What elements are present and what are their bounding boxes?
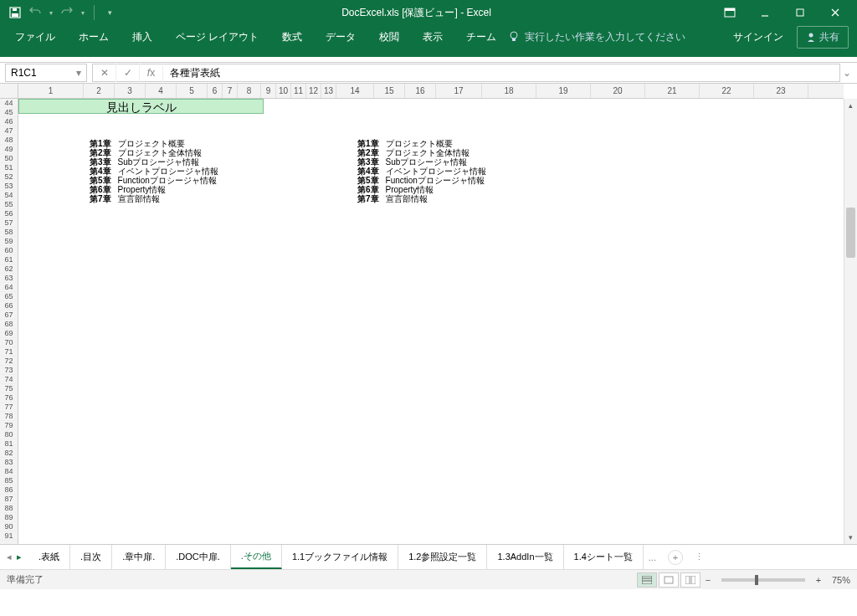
row-header[interactable]: 79 bbox=[0, 421, 18, 430]
zoom-level[interactable]: 75% bbox=[832, 575, 850, 585]
sheet-tab[interactable]: .その他 bbox=[231, 545, 282, 569]
name-box[interactable]: R1C1 ▾ bbox=[5, 64, 87, 82]
share-button[interactable]: 共有 bbox=[797, 26, 849, 49]
row-header[interactable]: 82 bbox=[0, 449, 18, 458]
zoom-slider[interactable] bbox=[721, 578, 805, 582]
col-header[interactable]: 23 bbox=[754, 84, 808, 98]
save-icon[interactable] bbox=[7, 4, 23, 21]
row-header[interactable]: 80 bbox=[0, 430, 18, 439]
tell-me[interactable]: 実行したい作業を入力してください bbox=[508, 30, 685, 44]
tab-team[interactable]: チーム bbox=[454, 25, 508, 49]
view-pagelayout-icon[interactable] bbox=[659, 572, 679, 588]
row-header[interactable]: 44 bbox=[0, 99, 18, 108]
row-header[interactable]: 68 bbox=[0, 320, 18, 329]
row-header[interactable]: 70 bbox=[0, 338, 18, 347]
qat-customize-icon[interactable]: ▾ bbox=[101, 4, 118, 21]
row-header[interactable]: 71 bbox=[0, 347, 18, 357]
sheet-tab[interactable]: 1.3AddIn一覧 bbox=[487, 545, 563, 569]
cancel-formula-icon[interactable]: ✕ bbox=[93, 64, 116, 82]
scroll-up-icon[interactable]: ▴ bbox=[844, 99, 857, 112]
col-header[interactable]: 17 bbox=[436, 84, 482, 98]
sheet-tab[interactable]: 1.1ブックファイル情報 bbox=[282, 545, 398, 569]
row-header[interactable]: 66 bbox=[0, 301, 18, 311]
col-header[interactable]: 8 bbox=[238, 84, 261, 98]
row-header[interactable]: 56 bbox=[0, 209, 18, 218]
col-header[interactable]: 3 bbox=[115, 84, 146, 98]
row-header[interactable]: 57 bbox=[0, 218, 18, 228]
dropdown-icon[interactable]: ▾ bbox=[47, 4, 55, 21]
row-header[interactable]: 46 bbox=[0, 117, 18, 126]
view-pagebreak-icon[interactable] bbox=[680, 572, 700, 588]
signin-link[interactable]: サインイン bbox=[725, 30, 792, 44]
row-header[interactable]: 83 bbox=[0, 458, 18, 467]
col-header[interactable]: 15 bbox=[374, 84, 405, 98]
row-header[interactable]: 61 bbox=[0, 255, 18, 264]
row-header[interactable]: 55 bbox=[0, 200, 18, 209]
row-header[interactable]: 77 bbox=[0, 403, 18, 412]
row-header[interactable]: 53 bbox=[0, 182, 18, 191]
row-header[interactable]: 52 bbox=[0, 172, 18, 182]
row-header[interactable]: 62 bbox=[0, 264, 18, 274]
row-header[interactable]: 72 bbox=[0, 357, 18, 366]
sheet-tab[interactable]: .章中扉. bbox=[112, 545, 166, 569]
enter-formula-icon[interactable]: ✓ bbox=[116, 64, 140, 82]
col-header[interactable]: 1 bbox=[18, 84, 84, 98]
row-header[interactable]: 65 bbox=[0, 292, 18, 301]
col-header[interactable]: 13 bbox=[321, 84, 336, 98]
row-header[interactable]: 89 bbox=[0, 513, 18, 522]
formula-expand-icon[interactable]: ⌄ bbox=[840, 67, 854, 79]
row-header[interactable]: 48 bbox=[0, 136, 18, 145]
chevron-down-icon[interactable]: ▾ bbox=[76, 67, 81, 79]
row-header[interactable]: 60 bbox=[0, 246, 18, 255]
row-header[interactable]: 63 bbox=[0, 274, 18, 283]
col-header[interactable]: 19 bbox=[536, 84, 591, 98]
col-header[interactable]: 12 bbox=[306, 84, 321, 98]
zoom-in-button[interactable]: + bbox=[812, 575, 825, 585]
redo-icon[interactable] bbox=[59, 4, 75, 21]
col-header[interactable]: 2 bbox=[84, 84, 115, 98]
row-header[interactable]: 58 bbox=[0, 228, 18, 237]
tab-view[interactable]: 表示 bbox=[411, 25, 454, 49]
row-header[interactable]: 69 bbox=[0, 329, 18, 338]
scroll-thumb[interactable] bbox=[846, 208, 855, 258]
col-header[interactable]: 11 bbox=[291, 84, 306, 98]
close-icon[interactable] bbox=[819, 0, 852, 25]
undo-icon[interactable] bbox=[27, 4, 44, 21]
col-header[interactable]: 7 bbox=[223, 84, 238, 98]
maximize-icon[interactable] bbox=[783, 0, 817, 25]
row-header[interactable]: 75 bbox=[0, 384, 18, 393]
tab-insert[interactable]: 挿入 bbox=[121, 25, 164, 49]
row-header[interactable]: 51 bbox=[0, 163, 18, 172]
row-header[interactable]: 59 bbox=[0, 237, 18, 246]
new-sheet-button[interactable]: + bbox=[668, 550, 683, 565]
tab-pagelayout[interactable]: ページ レイアウト bbox=[164, 25, 270, 49]
col-header[interactable]: 18 bbox=[482, 84, 536, 98]
sheet-tab[interactable]: .表紙 bbox=[28, 545, 70, 569]
tab-formulas[interactable]: 数式 bbox=[270, 25, 314, 49]
vertical-scrollbar[interactable]: ▴ ▾ bbox=[844, 99, 857, 544]
row-header[interactable]: 64 bbox=[0, 283, 18, 292]
sheet-tabs-menu-icon[interactable]: ⋮ bbox=[690, 552, 709, 562]
row-header[interactable]: 73 bbox=[0, 366, 18, 375]
sheet-tab[interactable]: 1.2参照設定一覧 bbox=[398, 545, 487, 569]
row-headers[interactable]: 4445464748495051525354555657585960616263… bbox=[0, 99, 18, 544]
fx-icon[interactable]: fx bbox=[140, 64, 163, 82]
col-header[interactable]: 14 bbox=[336, 84, 374, 98]
zoom-out-button[interactable]: − bbox=[701, 575, 715, 585]
sheet-nav-next-icon[interactable]: ▸ bbox=[17, 552, 22, 562]
cell-grid[interactable]: 見出しラベル 第1章プロジェクト概要第2章プロジェクト全体情報第3章Subプロシ… bbox=[18, 99, 844, 544]
row-header[interactable]: 84 bbox=[0, 467, 18, 476]
sheet-nav-prev-icon[interactable]: ◂ bbox=[7, 552, 12, 562]
minimize-icon[interactable] bbox=[748, 0, 782, 25]
row-header[interactable]: 81 bbox=[0, 439, 18, 449]
col-header[interactable]: 4 bbox=[146, 84, 177, 98]
col-header[interactable]: 20 bbox=[591, 84, 645, 98]
col-header[interactable]: 10 bbox=[276, 84, 291, 98]
view-normal-icon[interactable] bbox=[637, 572, 657, 588]
row-header[interactable]: 87 bbox=[0, 495, 18, 504]
sheet-more[interactable]: ... bbox=[644, 552, 661, 562]
tab-home[interactable]: ホーム bbox=[67, 25, 121, 49]
row-header[interactable]: 47 bbox=[0, 126, 18, 136]
sheet-tab[interactable]: 1.4シート一覧 bbox=[564, 545, 644, 569]
row-header[interactable]: 76 bbox=[0, 393, 18, 403]
